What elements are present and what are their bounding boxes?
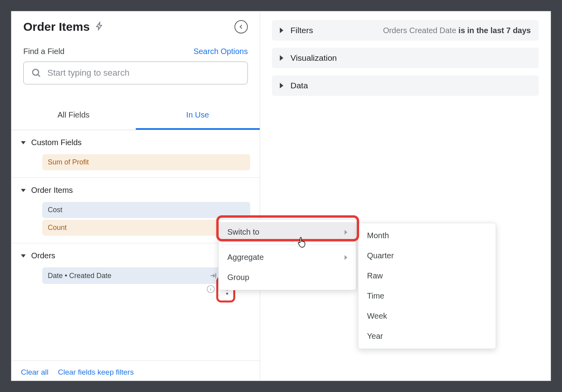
field-context-menu: Switch to Aggregate Group <box>218 219 356 290</box>
collapse-panel-button[interactable] <box>234 20 248 34</box>
menu-item-label: Group <box>227 273 249 282</box>
pivot-icon[interactable] <box>209 271 218 280</box>
accordion-data[interactable]: Data <box>272 75 539 96</box>
menu-item-label: Switch to <box>227 228 259 237</box>
menu-item-group[interactable]: Group <box>219 267 356 287</box>
section-title: Order Items <box>31 186 73 195</box>
info-icon[interactable] <box>206 285 215 293</box>
summary-prefix: Orders Created Date <box>383 26 458 35</box>
switch-to-submenu: Month Quarter Raw Time Week Year <box>358 223 496 349</box>
field-label: Sum of Profit <box>48 158 89 166</box>
search-icon <box>31 67 42 78</box>
menu-divider <box>219 245 356 245</box>
menu-item-label: Aggregate <box>227 253 264 262</box>
search-options-link[interactable]: Search Options <box>193 47 248 56</box>
chevron-right-icon <box>345 255 347 260</box>
section-head-order-items[interactable]: Order Items <box>11 178 260 202</box>
summary-bold: is in the last 7 days <box>459 26 531 35</box>
field-date-created-date[interactable]: Date • Created Date <box>42 267 236 284</box>
menu-item-aggregate[interactable]: Aggregate <box>219 247 356 267</box>
field-label: Date • Created Date <box>48 272 111 280</box>
svg-point-0 <box>33 69 39 75</box>
filters-summary: Orders Created Date is in the last 7 day… <box>383 26 531 35</box>
tab-all-fields[interactable]: All Fields <box>11 103 136 130</box>
accordion-visualization[interactable]: Visualization <box>272 48 539 68</box>
menu-item-label: Raw <box>367 271 383 280</box>
menu-item-label: Month <box>367 231 389 240</box>
explore-title: Order Items <box>23 20 90 34</box>
section-custom-fields: Custom Fields Sum of Profit <box>11 130 260 178</box>
accordion-title: Data <box>290 81 308 90</box>
menu-item-label: Quarter <box>367 251 394 260</box>
field-picker-panel: Order Items Find a Field Search Options <box>11 11 260 381</box>
submenu-item-month[interactable]: Month <box>358 226 496 246</box>
chevron-right-icon <box>345 230 347 235</box>
accordion-title: Visualization <box>290 53 337 63</box>
section-title: Orders <box>31 251 55 260</box>
field-sum-of-profit[interactable]: Sum of Profit <box>42 154 250 170</box>
submenu-item-raw[interactable]: Raw <box>358 266 496 286</box>
section-head-custom-fields[interactable]: Custom Fields <box>11 130 260 154</box>
footer-actions: Clear all Clear fields keep filters <box>11 361 260 381</box>
menu-item-label: Week <box>367 312 387 321</box>
caret-right-icon <box>280 28 283 33</box>
menu-item-label: Year <box>367 332 383 341</box>
submenu-item-week[interactable]: Week <box>358 306 496 326</box>
bolt-icon[interactable] <box>95 21 106 32</box>
submenu-item-time[interactable]: Time <box>358 286 496 306</box>
field-tabs: All Fields In Use <box>11 103 260 130</box>
field-label: Count <box>48 224 67 232</box>
submenu-item-quarter[interactable]: Quarter <box>358 246 496 266</box>
find-field-label: Find a Field <box>23 47 65 56</box>
menu-item-switch-to[interactable]: Switch to <box>219 222 356 242</box>
field-cost[interactable]: Cost <box>42 202 250 218</box>
search-input[interactable] <box>47 68 240 78</box>
caret-down-icon <box>21 254 26 258</box>
accordion-title: Filters <box>290 26 313 35</box>
tab-in-use[interactable]: In Use <box>136 103 260 130</box>
clear-all-link[interactable]: Clear all <box>21 368 49 377</box>
clear-fields-keep-filters-link[interactable]: Clear fields keep filters <box>58 368 134 377</box>
submenu-item-year[interactable]: Year <box>358 326 496 346</box>
caret-down-icon <box>21 189 26 192</box>
field-label: Cost <box>48 206 62 214</box>
caret-right-icon <box>280 83 283 88</box>
caret-down-icon <box>21 141 26 144</box>
menu-item-label: Time <box>367 291 384 301</box>
search-box[interactable] <box>23 62 248 84</box>
caret-right-icon <box>280 55 283 61</box>
accordion-filters[interactable]: Filters Orders Created Date is in the la… <box>272 20 539 41</box>
section-title: Custom Fields <box>31 138 82 147</box>
